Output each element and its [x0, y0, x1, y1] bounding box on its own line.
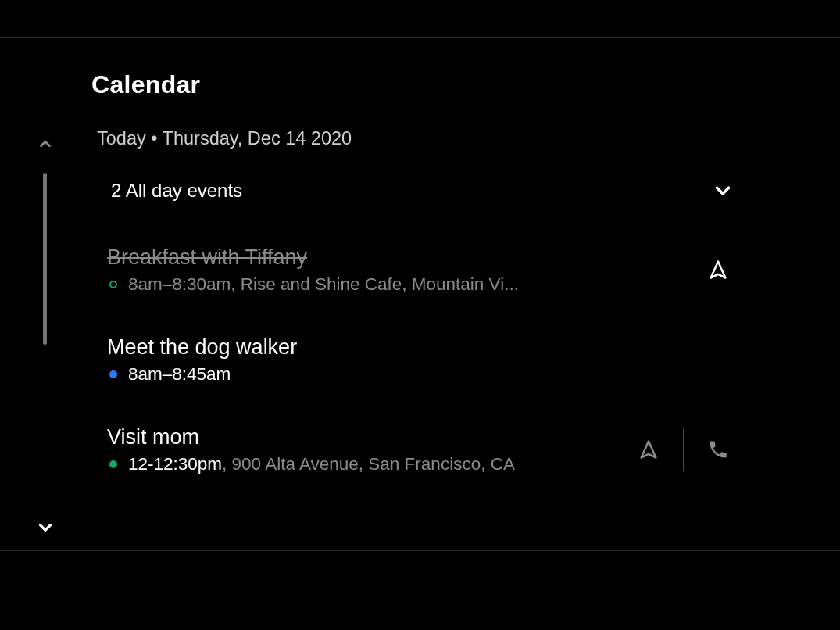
scroll-down-button[interactable] — [35, 517, 55, 538]
phone-icon — [707, 438, 729, 460]
events-list: Breakfast with Tiffany8am–8:30am, Rise a… — [91, 224, 762, 493]
event-actions — [698, 249, 762, 290]
event-body: Visit mom12-12:30pm, 900 Alta Avenue, Sa… — [107, 424, 628, 474]
navigate-button[interactable] — [628, 429, 669, 470]
event-title: Breakfast with Tiffany — [107, 244, 698, 271]
event-actions — [628, 428, 762, 471]
content-area: Calendar Today • Thursday, Dec 14 2020 2… — [0, 38, 840, 551]
event-subtitle: 12-12:30pm, 900 Alta Avenue, San Francis… — [107, 454, 628, 474]
navigate-button[interactable] — [698, 249, 738, 290]
chevron-down-icon — [711, 179, 735, 202]
chevron-down-icon — [35, 517, 55, 538]
all-day-events-label: 2 All day events — [111, 180, 242, 202]
calendar-color-dot-icon — [109, 460, 117, 468]
event-title: Visit mom — [107, 424, 628, 451]
page-title: Calendar — [91, 70, 762, 99]
scroll-thumb[interactable] — [43, 173, 47, 345]
event-time: 12-12:30pm — [128, 454, 222, 474]
calendar-color-dot-icon — [109, 281, 117, 288]
event-body: Meet the dog walker8am–8:45am — [107, 334, 738, 385]
navigate-icon — [638, 438, 659, 460]
event-location: , 900 Alta Avenue, San Francisco, CA — [222, 454, 515, 474]
event-body: Breakfast with Tiffany8am–8:30am, Rise a… — [107, 244, 698, 295]
event-row[interactable]: Breakfast with Tiffany8am–8:30am, Rise a… — [91, 224, 762, 313]
action-divider — [683, 428, 684, 471]
event-time: 8am–8:45am — [128, 364, 231, 385]
call-button[interactable] — [698, 429, 738, 470]
event-title: Meet the dog walker — [107, 334, 738, 361]
event-location: , Rise and Shine Cafe, Mountain Vi... — [231, 274, 519, 295]
event-row[interactable]: Meet the dog walker8am–8:45am — [91, 313, 762, 403]
scroll-rail — [0, 38, 91, 551]
event-subtitle: 8am–8:30am, Rise and Shine Cafe, Mountai… — [107, 274, 698, 295]
scroll-up-button[interactable] — [37, 135, 54, 152]
main-panel: Calendar Today • Thursday, Dec 14 2020 2… — [91, 38, 840, 551]
chevron-up-icon — [37, 135, 54, 152]
all-day-events-row[interactable]: 2 All day events — [91, 167, 762, 220]
calendar-color-dot-icon — [109, 370, 117, 378]
event-time: 8am–8:30am — [128, 274, 231, 295]
navigate-icon — [707, 259, 729, 281]
event-row[interactable]: Visit mom12-12:30pm, 900 Alta Avenue, Sa… — [91, 403, 762, 493]
event-subtitle: 8am–8:45am — [107, 364, 738, 385]
date-subtitle: Today • Thursday, Dec 14 2020 — [97, 128, 762, 149]
